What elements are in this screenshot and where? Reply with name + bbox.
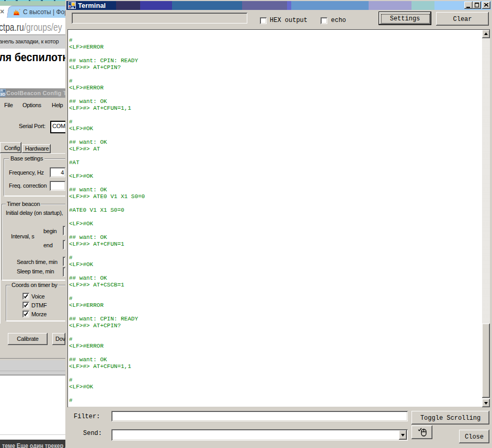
svg-text:3D: 3D (0, 92, 5, 97)
